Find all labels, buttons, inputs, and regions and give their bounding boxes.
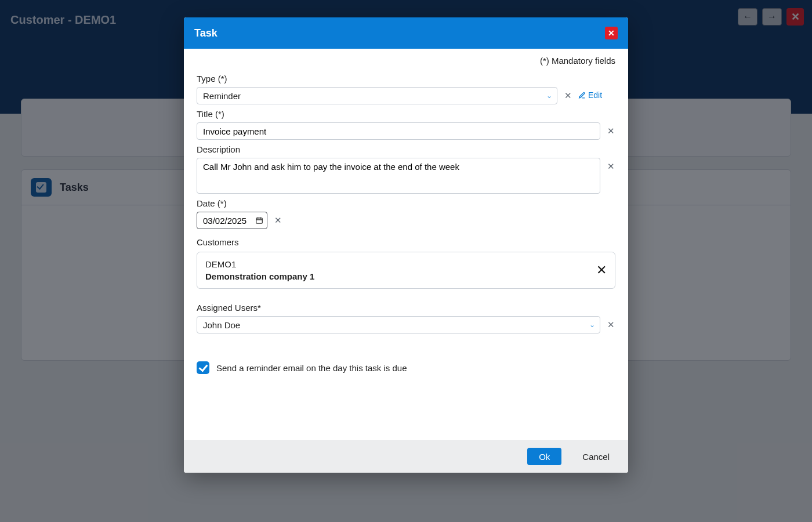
modal-title: Task — [194, 27, 217, 39]
description-label: Description — [197, 144, 615, 154]
modal-close-button[interactable]: ✕ — [605, 27, 618, 39]
date-input[interactable] — [202, 215, 252, 226]
title-input[interactable] — [197, 122, 600, 140]
title-label: Title (*) — [197, 109, 615, 119]
chevron-down-icon: ⌄ — [546, 92, 552, 100]
close-icon: ✕ — [608, 28, 615, 38]
customer-name: Demonstration company 1 — [205, 271, 314, 281]
title-clear-button[interactable]: ✕ — [606, 126, 615, 136]
type-select-value: Reminder — [203, 91, 241, 101]
type-edit-link[interactable]: Edit — [578, 90, 602, 100]
assigned-users-clear-button[interactable]: ✕ — [606, 320, 615, 329]
task-modal: Task ✕ (*) Mandatory fields Type (*) Rem… — [184, 17, 628, 473]
assigned-users-select[interactable]: John Doe ⌄ — [197, 316, 600, 334]
description-textarea[interactable] — [197, 158, 600, 194]
reminder-email-checkbox[interactable] — [197, 361, 209, 374]
description-clear-button[interactable]: ✕ — [606, 162, 615, 171]
chevron-down-icon: ⌄ — [589, 321, 595, 329]
assigned-users-value: John Doe — [203, 320, 240, 330]
type-edit-label: Edit — [588, 90, 602, 100]
customers-label: Customers — [197, 237, 615, 247]
mandatory-note: (*) Mandatory fields — [197, 56, 615, 66]
ok-button[interactable]: Ok — [527, 448, 561, 465]
customer-code: DEMO1 — [205, 259, 314, 269]
pencil-icon — [578, 92, 586, 99]
modal-overlay: Task ✕ (*) Mandatory fields Type (*) Rem… — [0, 0, 812, 522]
date-input-wrap[interactable] — [197, 212, 267, 229]
type-select[interactable]: Reminder ⌄ — [197, 87, 557, 104]
svg-rect-0 — [256, 218, 263, 223]
type-label: Type (*) — [197, 74, 615, 84]
date-clear-button[interactable]: ✕ — [273, 216, 282, 225]
type-clear-button[interactable]: ✕ — [563, 91, 572, 100]
calendar-icon[interactable] — [255, 216, 263, 224]
assigned-users-label: Assigned Users* — [197, 303, 615, 313]
reminder-email-label: Send a reminder email on the day this ta… — [216, 363, 407, 373]
date-label: Date (*) — [197, 198, 615, 208]
cancel-button[interactable]: Cancel — [579, 451, 613, 462]
customer-chip: DEMO1 Demonstration company 1 ✕ — [197, 252, 615, 289]
customer-remove-button[interactable]: ✕ — [596, 264, 607, 277]
